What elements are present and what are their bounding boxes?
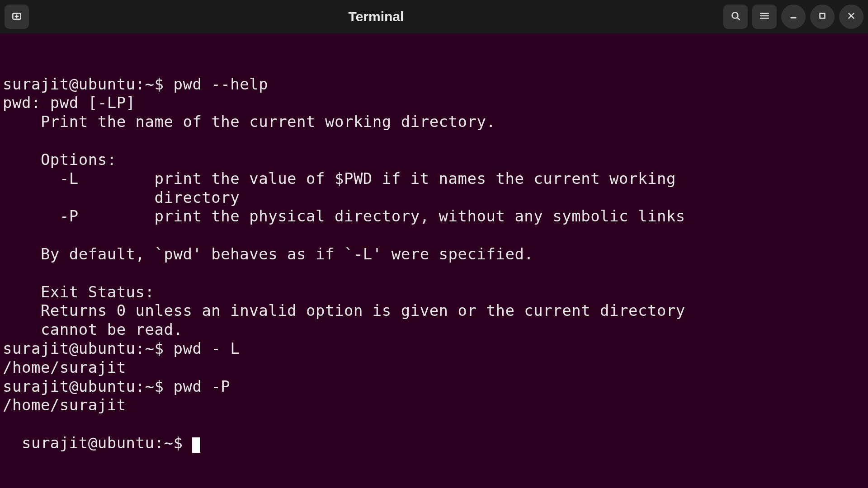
window-title: Terminal — [349, 9, 404, 24]
menu-button[interactable] — [752, 5, 777, 29]
search-button[interactable] — [723, 5, 748, 29]
search-icon — [730, 10, 741, 23]
terminal-output: surajit@ubuntu:~$ pwd --help pwd: pwd [-… — [3, 75, 865, 415]
minimize-button[interactable] — [781, 5, 806, 29]
maximize-button[interactable] — [810, 5, 835, 29]
minimize-icon — [788, 10, 799, 23]
cursor — [192, 437, 200, 453]
titlebar: Terminal — [0, 0, 868, 33]
close-icon — [845, 10, 857, 23]
new-tab-button[interactable] — [5, 5, 29, 29]
svg-rect-2 — [820, 14, 825, 19]
terminal-body[interactable]: surajit@ubuntu:~$ pwd --help pwd: pwd [-… — [0, 33, 868, 456]
terminal-prompt: surajit@ubuntu:~$ — [22, 434, 192, 452]
new-tab-icon — [11, 10, 23, 23]
maximize-icon — [816, 10, 828, 23]
close-button[interactable] — [839, 5, 863, 29]
hamburger-icon — [759, 10, 770, 23]
